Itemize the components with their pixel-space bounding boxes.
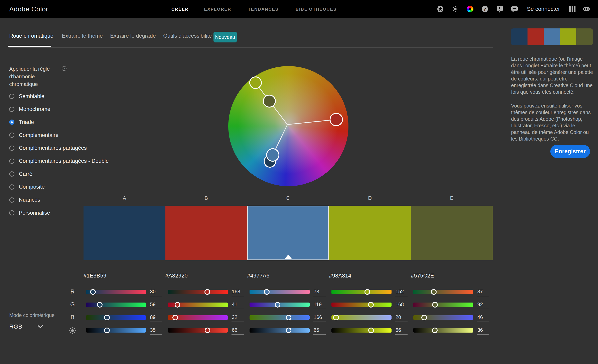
slider-value-B-b[interactable]: 32 [232, 314, 248, 320]
nav-item-3[interactable]: TENDANCES [248, 0, 279, 18]
creative-cloud-icon[interactable] [583, 5, 590, 13]
radio-button[interactable] [9, 107, 14, 112]
feedback-icon[interactable] [496, 5, 503, 13]
radio-button[interactable] [9, 158, 14, 164]
slider-value-D-b[interactable]: 20 [396, 314, 412, 320]
slider-handle[interactable] [172, 315, 178, 320]
slider-D-r[interactable] [332, 290, 391, 294]
hex-input-B[interactable]: #A82920 [166, 273, 188, 279]
slider-A-b[interactable] [86, 315, 146, 320]
help-icon[interactable]: ? [481, 5, 489, 13]
radio-button[interactable] [9, 184, 14, 190]
star-icon[interactable] [437, 5, 444, 13]
slider-handle[interactable] [104, 315, 110, 320]
wheel-handle-D[interactable] [250, 77, 261, 89]
nav-item-1[interactable]: CRÉER [171, 0, 189, 18]
slider-value-A-b[interactable]: 89 [150, 314, 166, 320]
slider-handle[interactable] [333, 315, 339, 320]
slider-value-E-b[interactable]: 46 [477, 314, 493, 320]
slider-E-b[interactable] [413, 315, 473, 320]
slider-handle[interactable] [365, 289, 370, 295]
slider-value-B-r[interactable]: 168 [232, 289, 248, 295]
slider-C-brightness[interactable] [249, 328, 310, 332]
slider-D-g[interactable] [332, 303, 391, 307]
radio-button[interactable] [9, 146, 14, 151]
harmony-rule-triade[interactable]: Triade [9, 117, 34, 127]
slider-handle[interactable] [432, 328, 438, 333]
wheel-handle-E[interactable] [263, 95, 275, 107]
slider-B-g[interactable] [168, 303, 228, 307]
slider-value-E-brightness[interactable]: 36 [477, 327, 493, 333]
harmony-rule-semblable[interactable]: Semblable [9, 92, 44, 101]
tab-2[interactable]: Extraire le thème [62, 33, 103, 39]
slider-value-D-brightness[interactable]: 66 [396, 327, 412, 333]
slider-handle[interactable] [97, 302, 102, 307]
tab-3[interactable]: Extraire le dégradé [110, 33, 156, 39]
slider-B-r[interactable] [168, 290, 228, 294]
swatch-C[interactable] [247, 206, 329, 260]
sign-in-button[interactable]: Se connecter [527, 6, 560, 12]
slider-handle[interactable] [104, 328, 110, 333]
save-button[interactable]: Enregistrer [550, 145, 590, 158]
slider-C-g[interactable] [249, 303, 310, 307]
slider-A-r[interactable] [86, 290, 146, 294]
slider-D-brightness[interactable] [332, 328, 391, 332]
tab-4[interactable]: Outils d'accessibilité [163, 33, 212, 39]
harmony-rule-monochrome[interactable]: Monochrome [9, 105, 50, 114]
slider-B-b[interactable] [168, 315, 228, 320]
slider-value-C-brightness[interactable]: 65 [314, 327, 330, 333]
radio-button[interactable] [9, 120, 14, 125]
radio-button[interactable] [9, 210, 14, 215]
slider-E-brightness[interactable] [413, 328, 473, 332]
slider-E-r[interactable] [413, 290, 473, 294]
wheel-handle-C[interactable] [266, 149, 279, 161]
slider-handle[interactable] [368, 328, 374, 333]
wheel-handle-B[interactable] [330, 113, 342, 126]
slider-handle[interactable] [286, 328, 291, 333]
brightness-icon[interactable] [452, 5, 459, 13]
tab-1[interactable]: Roue chromatique [9, 33, 53, 39]
slider-A-brightness[interactable] [86, 328, 146, 332]
color-wheel-icon[interactable] [466, 5, 474, 13]
swatch-D[interactable] [329, 206, 411, 260]
slider-value-A-r[interactable]: 30 [150, 289, 166, 295]
slider-handle[interactable] [205, 328, 210, 333]
slider-E-g[interactable] [413, 303, 473, 307]
slider-handle[interactable] [205, 289, 210, 295]
slider-handle[interactable] [175, 302, 180, 307]
chevron-down-icon[interactable] [37, 323, 44, 330]
slider-A-g[interactable] [86, 303, 146, 307]
hex-input-A[interactable]: #1E3B59 [83, 273, 107, 279]
nav-item-2[interactable]: EXPLORER [204, 0, 231, 18]
slider-handle[interactable] [90, 289, 96, 295]
harmony-rule-personnalis-[interactable]: Personnalisé [9, 208, 50, 217]
slider-value-B-brightness[interactable]: 66 [232, 327, 248, 333]
slider-value-E-g[interactable]: 92 [477, 302, 493, 307]
slider-value-E-r[interactable]: 87 [477, 289, 493, 295]
slider-handle[interactable] [275, 302, 280, 307]
swatch-A[interactable] [83, 206, 166, 260]
slider-handle[interactable] [421, 315, 427, 320]
swatch-B[interactable] [166, 206, 247, 260]
slider-handle[interactable] [431, 289, 437, 295]
swatch-E[interactable] [411, 206, 493, 260]
slider-handle[interactable] [432, 302, 438, 307]
slider-value-A-brightness[interactable]: 35 [150, 327, 166, 333]
harmony-rule-nuances[interactable]: Nuances [9, 195, 40, 205]
radio-button[interactable] [9, 198, 14, 203]
hex-input-C[interactable]: #4977A6 [247, 273, 270, 279]
harmony-rule-compl-mentaire[interactable]: Complémentaire [9, 131, 58, 140]
harmony-rule-compl-mentaires-partag-es[interactable]: Complémentaires partagées [9, 144, 87, 153]
slider-C-b[interactable] [249, 315, 310, 320]
harmony-rule-compl-mentaires-partag-es-double[interactable]: Complémentaires partagées - Double [9, 157, 109, 166]
radio-button[interactable] [9, 171, 14, 177]
slider-value-C-b[interactable]: 166 [314, 314, 330, 320]
slider-B-brightness[interactable] [168, 328, 228, 332]
chat-icon[interactable] [511, 5, 518, 13]
help-icon[interactable]: ? [62, 66, 66, 71]
color-mode-select[interactable]: RGB [9, 322, 45, 331]
nav-item-4[interactable]: BIBLIOTHÈQUES [296, 0, 337, 18]
harmony-rule-carr-[interactable]: Carré [9, 169, 33, 179]
slider-value-D-g[interactable]: 168 [396, 302, 412, 307]
apps-grid-icon[interactable] [569, 5, 576, 13]
